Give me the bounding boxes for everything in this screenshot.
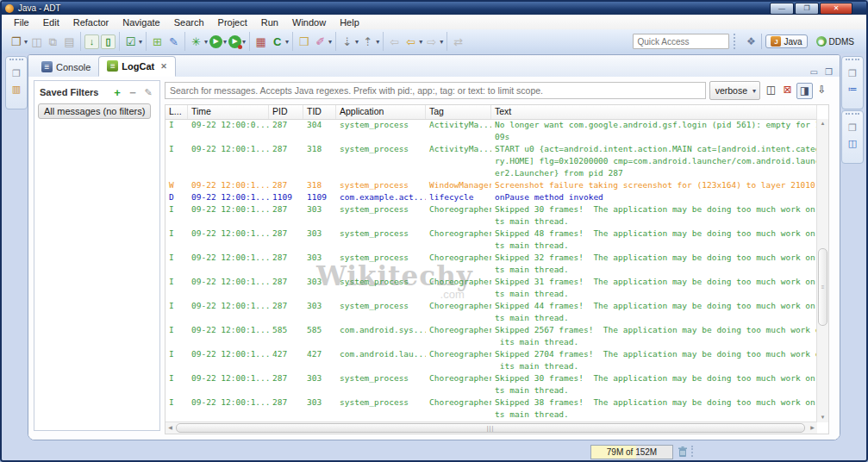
next-annotation-dropdown-arrow[interactable]: ▾ <box>355 38 359 46</box>
menu-item-run[interactable]: Run <box>254 16 285 28</box>
view-minimize-button[interactable]: ▭ <box>810 67 818 77</box>
column-header-time[interactable]: Time <box>188 105 269 119</box>
vertical-scrollbar-thumb[interactable]: ≡ <box>818 248 827 326</box>
run-garbage-collector-button[interactable] <box>677 446 689 458</box>
column-header-l[interactable]: L... <box>165 105 188 119</box>
perspective-button-java[interactable]: JJava <box>765 34 807 48</box>
table-row[interactable]: I09-22 12:00:1...287303system_processCho… <box>165 300 817 324</box>
menu-item-help[interactable]: Help <box>333 16 366 28</box>
tab-logcat[interactable]: ≡LogCat✕ <box>98 56 175 77</box>
search-brush-icon[interactable]: ✐ <box>313 34 328 49</box>
run-dropdown-arrow[interactable]: ▾ <box>223 38 227 46</box>
back-icon[interactable]: ⇦ <box>387 34 402 49</box>
lint-checkbox-dropdown-arrow[interactable]: ▾ <box>139 38 142 46</box>
restore-view-icon[interactable]: ❐ <box>846 66 859 80</box>
perspective-button-ddms[interactable]: ◉DDMS <box>811 34 859 48</box>
table-row[interactable]: I09-22 12:00:1...427427com.android.lau..… <box>165 348 817 372</box>
coverage-icon[interactable]: ▦ <box>253 34 268 49</box>
column-header-application[interactable]: Application <box>336 105 426 119</box>
table-row[interactable]: I09-22 12:00:1...585585com.android.sys..… <box>165 324 817 348</box>
scroll-lock-icon[interactable]: ⇩ <box>815 83 829 97</box>
forward-dropdown-arrow[interactable]: ▾ <box>440 38 443 46</box>
column-header-tid[interactable]: TID <box>303 105 336 119</box>
column-header-pid[interactable]: PID <box>269 105 303 119</box>
column-header-tag[interactable]: Tag <box>426 105 491 119</box>
search-brush-dropdown-arrow[interactable]: ▾ <box>328 38 332 46</box>
previous-annotation-dropdown-arrow[interactable]: ▾ <box>376 38 379 46</box>
save-all-icon[interactable]: ⧉ <box>46 34 60 49</box>
log-table-header: L...TimePIDTIDApplicationTagText <box>165 105 817 120</box>
skip-breakpoints-icon[interactable]: ✎ <box>166 34 181 49</box>
back-history-icon[interactable]: ⇦ <box>403 34 418 49</box>
next-annotation-icon[interactable]: ⇣ <box>340 34 354 49</box>
lint-checkbox-icon[interactable]: ☑ <box>123 34 138 49</box>
outline-view-icon[interactable]: ≔ <box>846 82 859 96</box>
logcat-fastview-icon[interactable]: ▥ <box>9 82 23 96</box>
table-row[interactable]: I09-22 12:00:1...287303system_processCho… <box>165 276 817 300</box>
delete-filter-button[interactable]: − <box>127 86 139 98</box>
link-with-editor-icon[interactable]: ⇄ <box>451 34 465 49</box>
new-android-app-icon[interactable]: ⊞ <box>150 34 165 49</box>
horizontal-scrollbar-thumb[interactable]: ||| <box>176 423 805 433</box>
table-row[interactable]: I09-22 12:00:0...287304system_processAct… <box>165 119 817 143</box>
minimize-button[interactable]: — <box>770 3 794 15</box>
menu-item-refactor[interactable]: Refactor <box>66 16 116 28</box>
new-wizard-icon[interactable]: ❐ <box>9 34 23 49</box>
tab-close-icon[interactable]: ✕ <box>160 62 167 71</box>
table-row[interactable]: I09-22 12:00:1...287303system_processCho… <box>165 203 817 228</box>
debug-dropdown-arrow[interactable]: ▾ <box>204 38 208 46</box>
menu-item-search[interactable]: Search <box>167 16 211 28</box>
column-header-text[interactable]: Text <box>491 105 817 119</box>
open-perspective-icon[interactable]: ❖ <box>744 34 758 48</box>
view-maximize-button[interactable]: ❐ <box>825 67 833 77</box>
scroll-left-arrow[interactable]: ◀ <box>165 422 175 434</box>
menu-item-file[interactable]: File <box>7 16 36 28</box>
android-sdk-manager-icon[interactable]: ↓ <box>84 34 99 49</box>
refresh-c-icon[interactable]: C <box>270 34 284 49</box>
scroll-up-arrow[interactable]: ▲ <box>817 119 828 128</box>
table-row[interactable]: I09-22 12:00:1...287303system_processCho… <box>165 252 817 276</box>
new-wizard-dropdown-arrow[interactable]: ▾ <box>24 38 28 46</box>
table-row[interactable]: I09-22 12:00:1...287303system_processCho… <box>165 372 817 396</box>
filter-item[interactable]: All messages (no filters) <box>38 103 151 119</box>
run-icon[interactable]: ▶ <box>209 35 222 48</box>
menu-item-edit[interactable]: Edit <box>36 16 66 28</box>
refresh-c-dropdown-arrow[interactable]: ▾ <box>285 38 289 46</box>
debug-icon[interactable]: ✳ <box>189 34 203 49</box>
profile-icon[interactable]: ▶ <box>228 35 241 48</box>
restore-view-icon[interactable]: ❐ <box>9 66 23 80</box>
table-row[interactable]: I09-22 12:00:1...287303system_processCho… <box>165 396 817 421</box>
quick-access-input[interactable] <box>633 34 729 49</box>
tab-console[interactable]: ≡Console <box>34 58 98 77</box>
open-resource-icon[interactable]: ❒ <box>297 34 311 49</box>
scroll-right-arrow[interactable]: ▶ <box>808 422 817 434</box>
clear-log-icon[interactable]: ⊠ <box>780 83 795 97</box>
scroll-down-arrow[interactable]: ▼ <box>817 413 828 422</box>
search-input[interactable] <box>165 82 706 99</box>
print-icon[interactable]: ▤ <box>62 34 77 49</box>
close-button[interactable]: ✕ <box>820 3 852 15</box>
horizontal-scrollbar[interactable]: ◀ ||| ▶ <box>165 421 817 434</box>
table-row[interactable]: D09-22 12:00:1...11091109com.example.act… <box>165 191 817 203</box>
table-row[interactable]: I09-22 12:00:1...287303system_processCho… <box>165 228 817 252</box>
back-history-dropdown-arrow[interactable]: ▾ <box>419 38 422 46</box>
edit-filter-button[interactable]: ✎ <box>142 86 154 98</box>
menu-item-navigate[interactable]: Navigate <box>116 16 166 28</box>
restore-view-icon[interactable]: ❐ <box>846 121 859 134</box>
previous-annotation-icon[interactable]: ⇡ <box>360 34 375 49</box>
maximize-button[interactable]: ❐ <box>795 3 819 15</box>
table-row[interactable]: I09-22 12:00:1...287318system_processAct… <box>165 143 817 179</box>
android-virtual-device-manager-icon[interactable]: ▯ <box>101 34 116 49</box>
log-level-dropdown[interactable]: verbose ▾ <box>709 81 760 100</box>
display-options-icon[interactable]: ◨ <box>796 83 813 99</box>
save-log-icon[interactable]: ◫ <box>764 83 778 97</box>
vertical-scrollbar[interactable]: ▲ ≡ ▼ <box>816 119 828 422</box>
menu-item-window[interactable]: Window <box>285 16 333 28</box>
forward-icon[interactable]: ⇨ <box>424 34 439 49</box>
table-row[interactable]: W09-22 12:00:1...287318system_processWin… <box>165 179 817 191</box>
layout-view-icon[interactable]: ◫ <box>846 136 859 150</box>
add-filter-button[interactable]: + <box>111 86 123 98</box>
save-icon[interactable]: ◫ <box>29 34 44 49</box>
menu-item-project[interactable]: Project <box>211 16 254 28</box>
profile-dropdown-arrow[interactable]: ▾ <box>242 38 246 46</box>
